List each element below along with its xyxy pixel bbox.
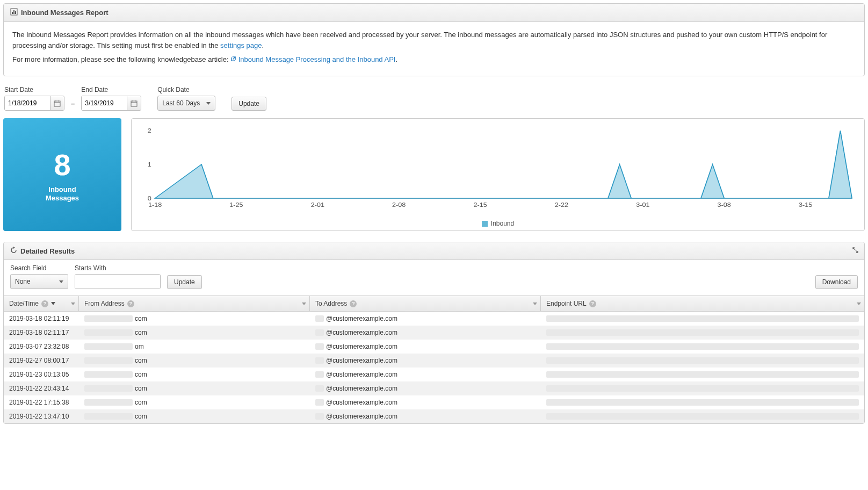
cell-from: om [79,340,310,354]
cell-from: com [79,367,310,381]
search-row: Search Field None Starts With Update Dow… [4,260,864,296]
redacted [546,357,859,364]
help-icon[interactable]: ? [127,300,134,307]
bar-chart-icon [10,8,18,17]
cell-from: com [79,395,310,409]
cell-endpoint [541,326,864,340]
redacted [84,413,133,420]
starts-with-field[interactable] [75,275,161,289]
legend-swatch [482,221,488,227]
cell-endpoint [541,381,864,395]
settings-page-link[interactable]: settings page [220,41,262,49]
svg-rect-1 [12,12,13,14]
end-date-field[interactable] [82,96,127,110]
quick-date-select[interactable]: Last 60 Days [157,96,215,111]
chevron-down-icon[interactable] [533,302,537,305]
redacted [84,343,133,350]
svg-text:2-01: 2-01 [311,201,324,208]
chart-panel: 0121-181-252-012-082-152-223-013-083-15 … [131,118,865,231]
table-row[interactable]: 2019-03-18 02:11:19com@customerexample.c… [4,312,864,326]
end-date-label: End Date [81,86,141,93]
table-row[interactable]: 2019-01-22 17:15:38com@customerexample.c… [4,395,864,409]
calendar-icon[interactable] [127,96,141,110]
redacted [84,399,133,406]
cell-to: @customerexample.com [310,354,541,367]
redacted [315,371,324,378]
svg-text:2-08: 2-08 [392,201,406,208]
svg-rect-4 [54,101,60,106]
redacted [315,343,324,350]
redacted [315,413,324,420]
table-row[interactable]: 2019-01-23 00:13:05com@customerexample.c… [4,367,864,381]
chevron-down-icon [206,102,211,105]
chevron-down-icon [59,280,63,283]
cell-from: com [79,312,310,326]
search-field-value: None [15,278,31,285]
calendar-icon[interactable] [50,96,64,110]
redacted [315,357,324,364]
external-link-icon [230,55,238,63]
quick-date-label: Quick Date [157,86,215,93]
svg-text:3-15: 3-15 [799,201,813,208]
end-date-input[interactable] [81,96,141,111]
search-field-label: Search Field [10,264,68,272]
search-update-button[interactable]: Update [167,275,202,289]
chart-legend: Inbound [140,218,856,227]
redacted [315,315,324,322]
inbound-count-value: 8 [54,147,70,182]
redacted [546,371,859,378]
svg-rect-2 [13,10,15,14]
start-date-input[interactable] [4,96,64,111]
inbound-chart: 0121-181-252-012-082-152-223-013-083-15 [140,125,856,218]
redacted [546,385,859,392]
table-row[interactable]: 2019-02-27 08:00:17com@customerexample.c… [4,354,864,367]
redacted [546,399,859,406]
svg-text:1: 1 [148,161,151,168]
cell-to: @customerexample.com [310,367,541,381]
help-icon[interactable]: ? [350,300,357,307]
table-row[interactable]: 2019-01-22 13:47:10com@customerexample.c… [4,409,864,423]
download-button[interactable]: Download [815,275,858,289]
start-date-field[interactable] [5,96,50,110]
grid-body: 2019-03-18 02:11:19com@customerexample.c… [4,312,864,423]
cell-datetime: 2019-01-23 00:13:05 [4,367,79,381]
redacted [84,329,133,336]
search-field-select[interactable]: None [10,274,68,289]
chevron-down-icon[interactable] [857,302,861,305]
starts-with-label: Starts With [75,264,161,272]
starts-with-input[interactable] [75,274,161,289]
chevron-down-icon[interactable] [71,302,75,305]
svg-text:2-15: 2-15 [473,201,487,208]
table-row[interactable]: 2019-01-22 20:43:14com@customerexample.c… [4,381,864,395]
quick-date-value: Last 60 Days [162,99,200,107]
table-row[interactable]: 2019-03-07 23:32:08om@customerexample.co… [4,340,864,354]
cell-to: @customerexample.com [310,409,541,423]
col-datetime[interactable]: Date/Time ? [4,296,79,311]
col-from[interactable]: From Address ? [79,296,310,311]
cell-from: com [79,354,310,367]
desc-text: . [262,41,264,49]
cell-endpoint [541,312,864,326]
detailed-results-title: Detailed Results [20,247,75,255]
refresh-icon[interactable] [10,247,17,255]
table-row[interactable]: 2019-03-18 02:11:17com@customerexample.c… [4,326,864,340]
svg-text:2-22: 2-22 [555,201,568,208]
update-button[interactable]: Update [232,97,266,111]
cell-from: com [79,409,310,423]
chevron-down-icon[interactable] [302,302,306,305]
kb-article-link[interactable]: Inbound Message Processing and the Inbou… [238,55,396,63]
cell-to: @customerexample.com [310,312,541,326]
redacted [546,329,859,336]
cell-endpoint [541,340,864,354]
inbound-count-label: InboundMessages [46,185,79,202]
cell-datetime: 2019-03-07 23:32:08 [4,340,79,354]
help-icon[interactable]: ? [589,300,596,307]
redacted [84,357,133,364]
cell-endpoint [541,367,864,381]
col-to[interactable]: To Address ? [310,296,541,311]
col-endpoint[interactable]: Endpoint URL ? [541,296,864,311]
help-icon[interactable]: ? [41,300,48,307]
expand-icon[interactable] [852,247,859,255]
cell-datetime: 2019-03-18 02:11:17 [4,326,79,340]
detailed-results-header: Detailed Results [4,242,864,260]
